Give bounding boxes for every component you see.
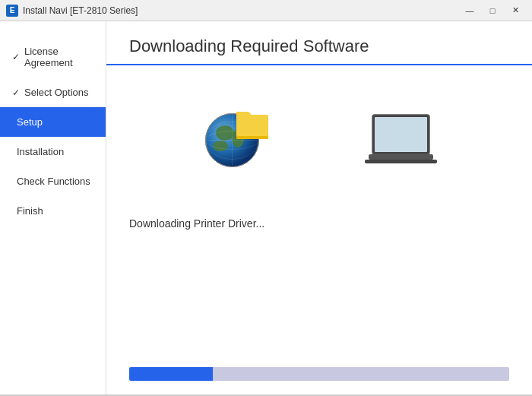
maximize-button[interactable]: □ bbox=[482, 3, 503, 18]
app-icon: E bbox=[6, 5, 18, 17]
small-folder-icon bbox=[236, 112, 268, 142]
titlebar-left: E Install Navi [ET-2810 Series] bbox=[6, 5, 138, 17]
sidebar-label-installation: Installation bbox=[17, 146, 64, 157]
svg-rect-17 bbox=[375, 117, 427, 152]
titlebar-controls: — □ ✕ bbox=[459, 3, 526, 18]
check-icon-select-options: ✓ bbox=[12, 87, 20, 98]
sidebar-item-select-options[interactable]: ✓ Select Options bbox=[0, 78, 106, 107]
sidebar-label-check-functions: Check Functions bbox=[17, 176, 90, 187]
progress-bar-container bbox=[129, 367, 509, 381]
svg-point-9 bbox=[213, 141, 228, 151]
downloading-status: Downloading Printer Driver... bbox=[129, 217, 509, 230]
svg-rect-18 bbox=[369, 154, 433, 160]
status-area: Downloading Printer Driver... bbox=[106, 217, 532, 237]
sidebar-label-license: License Agreement bbox=[24, 46, 93, 68]
progress-area bbox=[106, 352, 532, 396]
content-area: Downloading Required Software bbox=[106, 21, 532, 396]
sidebar-item-finish[interactable]: Finish bbox=[0, 196, 106, 226]
sidebar-label-select-options: Select Options bbox=[24, 87, 89, 98]
sidebar-item-installation[interactable]: Installation bbox=[0, 137, 106, 166]
sidebar-item-setup[interactable]: Setup bbox=[0, 107, 106, 137]
svg-point-7 bbox=[216, 125, 234, 141]
content-header: Downloading Required Software bbox=[106, 21, 532, 65]
laptop-icon bbox=[367, 111, 435, 172]
globe-group bbox=[204, 112, 261, 172]
sidebar-item-license[interactable]: ✓ License Agreement bbox=[0, 36, 106, 78]
sidebar-item-check-functions[interactable]: Check Functions bbox=[0, 166, 106, 196]
close-button[interactable]: ✕ bbox=[505, 3, 526, 18]
sidebar-label-finish: Finish bbox=[17, 205, 43, 217]
page-title: Downloading Required Software bbox=[129, 36, 509, 56]
main-container: ✓ License Agreement ✓ Select Options Set… bbox=[0, 21, 532, 396]
svg-rect-3 bbox=[236, 115, 268, 136]
titlebar: E Install Navi [ET-2810 Series] — □ ✕ bbox=[0, 0, 532, 21]
minimize-button[interactable]: — bbox=[459, 3, 480, 18]
sidebar: ✓ License Agreement ✓ Select Options Set… bbox=[0, 21, 106, 396]
check-icon-license: ✓ bbox=[12, 52, 20, 62]
sidebar-label-setup: Setup bbox=[17, 116, 43, 128]
svg-marker-4 bbox=[236, 112, 252, 115]
svg-rect-19 bbox=[365, 160, 437, 163]
progress-bar-fill bbox=[129, 367, 213, 381]
titlebar-title: Install Navi [ET-2810 Series] bbox=[23, 5, 138, 16]
animation-area bbox=[106, 65, 532, 217]
